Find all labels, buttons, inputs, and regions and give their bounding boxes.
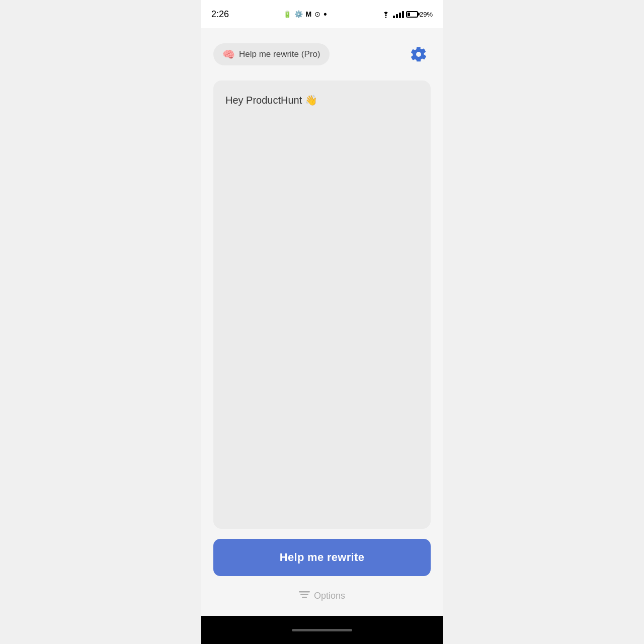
options-icon — [299, 590, 310, 602]
bottom-nav — [201, 616, 443, 644]
svg-rect-2 — [300, 594, 308, 596]
rewrite-textarea[interactable]: Hey ProductHunt 👋 — [225, 93, 419, 517]
battery-visual — [406, 11, 418, 18]
svg-rect-1 — [299, 591, 310, 593]
svg-rect-3 — [302, 597, 307, 598]
dot-icon: • — [324, 9, 327, 20]
battery-container: 29% — [406, 11, 433, 18]
svg-point-0 — [385, 17, 387, 18]
signal-bar-2 — [396, 14, 398, 18]
wifi-icon — [381, 10, 391, 18]
camera-status-icon: ⊙ — [314, 10, 320, 18]
status-bar: 2:26 🔋 ⚙️ M ⊙ • — [201, 0, 443, 28]
settings-status-icon: ⚙️ — [294, 10, 303, 18]
status-time: 2:26 — [211, 9, 229, 20]
main-content: 🧠 Help me rewrite (Pro) Hey ProductHunt … — [201, 28, 443, 616]
signal-bars — [393, 10, 404, 18]
options-text: Options — [314, 591, 345, 601]
gear-icon — [410, 46, 427, 63]
home-indicator — [292, 629, 352, 631]
battery-percent: 29% — [420, 11, 433, 18]
status-icons: 🔋 ⚙️ M ⊙ • — [283, 9, 327, 20]
status-right: 29% — [381, 10, 433, 18]
signal-bar-1 — [393, 16, 395, 18]
text-input-area[interactable]: Hey ProductHunt 👋 — [213, 80, 431, 529]
phone-container: 2:26 🔋 ⚙️ M ⊙ • — [201, 0, 443, 644]
battery-fill — [408, 13, 410, 16]
app-header: 🧠 Help me rewrite (Pro) — [213, 38, 431, 70]
app-title-chip: 🧠 Help me rewrite (Pro) — [213, 43, 330, 65]
rewrite-button[interactable]: Help me rewrite — [213, 539, 431, 576]
app-title-text: Help me rewrite (Pro) — [239, 49, 320, 59]
signal-bar-4 — [402, 11, 404, 18]
options-row[interactable]: Options — [213, 586, 431, 606]
brain-emoji: 🧠 — [222, 48, 235, 60]
signal-bar-3 — [399, 13, 401, 18]
m-icon: M — [306, 10, 312, 18]
settings-button[interactable] — [407, 42, 431, 66]
battery-icon: 🔋 — [283, 11, 291, 18]
